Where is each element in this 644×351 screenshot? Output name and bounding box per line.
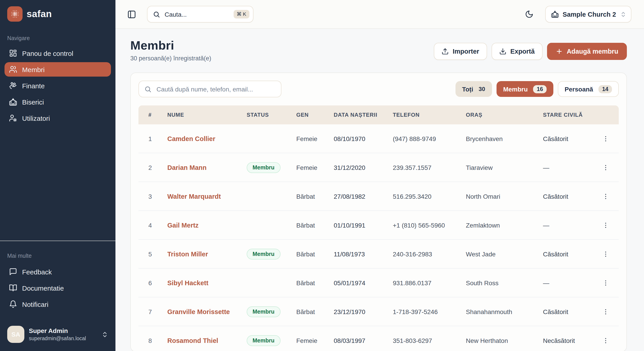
theme-toggle-button[interactable] [523,8,535,20]
birthdate-cell: 11/08/1973 [334,250,393,258]
sidebar-toggle-button[interactable] [125,8,138,20]
sidebar-item-panou-de-control[interactable]: Panou de control [4,46,111,60]
sidebar-item-label: Biserici [22,98,44,106]
upload-icon [442,48,449,55]
member-name-cell: Camden Collier [167,135,247,142]
brand: safan [0,0,116,22]
status-cell: Membru [247,249,296,259]
member-name-link[interactable]: Darian Mann [167,164,206,171]
bell-icon [9,300,17,308]
add-member-button[interactable]: Adaugă membru [547,43,627,60]
count-badge: 30 [478,86,485,92]
search-icon [153,10,160,18]
actions-cell [600,133,618,144]
gender-cell: Bărbat [296,193,334,200]
search-icon [144,85,152,93]
col-header-telefon: TELEFON [393,112,466,118]
sidebar-item-biserici[interactable]: Biserici [4,95,111,109]
member-name-link[interactable]: Triston Miller [167,250,208,258]
export-button[interactable]: Exportă [491,43,542,60]
sidebar-item-finante[interactable]: Finante [4,78,111,93]
more-vertical-icon [602,193,609,200]
gender-cell: Femeie [296,337,334,344]
more-vertical-icon [602,221,609,229]
app-logo-icon [7,6,22,22]
sidebar-item-feedback[interactable]: Feedback [4,265,111,279]
user-email: superadmin@safan.local [29,335,97,342]
table-row: 3 Walter Marquardt Bărbat 27/08/1982 516… [138,182,619,211]
table-search [138,81,282,97]
row-menu-button[interactable] [600,133,611,144]
sidebar-item-documentatie[interactable]: Documentatie [4,281,111,295]
city-cell: North Omari [466,193,543,200]
col-header-oras: ORAȘ [466,112,543,118]
sidebar-item-membri[interactable]: Membri [4,62,111,77]
chevrons-up-down-icon [102,331,108,338]
row-number: 7 [138,308,167,315]
members-card: Toți 30 Membru 16 Persoană 14 [130,72,627,351]
row-menu-button[interactable] [600,220,611,231]
member-name-link[interactable]: Camden Collier [167,135,215,142]
table-row: 6 Sibyl Hackett Bărbat 05/01/1974 931.88… [138,269,619,297]
birthdate-cell: 01/10/1991 [334,221,393,229]
table-row: 7 Granville Morissette Membru Bărbat 23/… [138,297,619,326]
more-vertical-icon [602,279,609,286]
sidebar-item-label: Finante [22,82,45,89]
gender-cell: Bărbat [296,279,334,286]
book-open-icon [9,284,17,292]
row-number: 3 [138,193,167,200]
row-menu-button[interactable] [600,306,611,317]
sidebar-item-utilizatori[interactable]: Utilizatori [4,111,111,125]
member-name-link[interactable]: Gail Mertz [167,221,199,229]
sidebar-item-notificari[interactable]: Notificari [4,297,111,311]
church-icon [551,10,558,18]
members-table: # NUME STATUS GEN DATA NAȘTERII TELEFON … [138,105,619,351]
member-name-link[interactable]: Granville Morissette [167,308,230,315]
table-row: 5 Triston Miller Membru Bărbat 11/08/197… [138,240,619,269]
more-section-label: Mai multe [7,253,108,259]
phone-cell: +1 (810) 565-5960 [393,221,466,229]
row-menu-button[interactable] [600,335,611,346]
actions-cell [600,162,618,173]
city-cell: South Ross [466,279,543,286]
member-name-link[interactable]: Sibyl Hackett [167,279,208,286]
table-header-row: # NUME STATUS GEN DATA NAȘTERII TELEFON … [138,105,619,124]
sidebar-item-label: Utilizatori [22,114,50,122]
shortcut-badge: ⌘ K [234,10,250,18]
status-cell: Membru [247,162,296,173]
row-menu-button[interactable] [600,277,611,288]
civil-status-cell: — [543,221,600,229]
actions-cell [600,191,618,202]
birthdate-cell: 23/12/1970 [334,308,393,315]
actions-cell [600,335,618,346]
table-row: 4 Gail Mertz Bărbat 01/10/1991 +1 (810) … [138,211,619,240]
table-search-input[interactable] [156,85,276,93]
col-header-gen: GEN [296,112,334,118]
primary-nav: Panou de control Membri Finante Biserici [4,46,111,125]
phone-cell: 931.886.0137 [393,279,466,286]
row-menu-button[interactable] [600,191,611,202]
secondary-nav: Feedback Documentatie Notificari [4,265,111,311]
filter-tab-persoana[interactable]: Persoană 14 [558,81,619,97]
user-menu[interactable]: SA Super Admin superadmin@safan.local [4,322,111,347]
row-menu-button[interactable] [600,249,611,259]
count-badge: 16 [533,85,546,93]
filter-tab-toti[interactable]: Toți 30 [455,81,492,97]
filter-tab-membru[interactable]: Membru 16 [496,81,553,97]
civil-status-cell: — [543,279,600,286]
main-area: Cauta... ⌘ K Sample Church 2 [116,0,644,351]
avatar: SA [7,326,24,343]
sidebar-item-label: Notificari [22,300,48,308]
table-row: 1 Camden Collier Femeie 08/10/1970 (947)… [138,124,619,153]
col-header-data-nasterii: DATA NAȘTERII [334,112,393,118]
col-header-stare-civila: STARE CIVILĂ [543,112,600,118]
gender-cell: Bărbat [296,250,334,258]
more-vertical-icon [602,250,609,258]
church-selector[interactable]: Sample Church 2 [545,6,631,22]
member-name-link[interactable]: Walter Marquardt [167,193,221,200]
member-name-link[interactable]: Rosamond Thiel [167,337,218,344]
global-search-button[interactable]: Cauta... ⌘ K [147,6,254,22]
row-menu-button[interactable] [600,162,611,173]
import-button[interactable]: Importer [434,43,487,60]
sidebar-item-label: Membri [22,65,45,73]
